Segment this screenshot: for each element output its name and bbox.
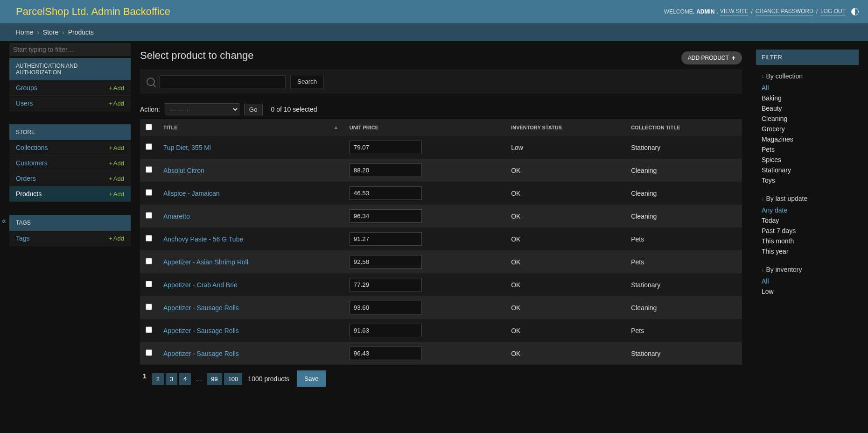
plus-icon: +	[109, 85, 112, 92]
col-inventory-status[interactable]: INVENTORY STATUS	[505, 119, 625, 136]
row-checkbox[interactable]	[146, 235, 152, 241]
row-checkbox[interactable]	[146, 281, 152, 287]
filter-option[interactable]: Baking	[762, 93, 853, 103]
row-checkbox[interactable]	[146, 166, 152, 173]
sidebar-add-link[interactable]: + Add	[109, 85, 124, 92]
filter-option[interactable]: Today	[762, 215, 853, 226]
theme-toggle-icon[interactable]	[851, 8, 859, 15]
sidebar-item-label[interactable]: Collections	[16, 144, 48, 151]
sidebar-section-header: TAGS	[9, 215, 131, 231]
change-password-link[interactable]: CHANGE PASSWORD	[756, 8, 813, 15]
filter-option[interactable]: Magazines	[762, 134, 853, 144]
filter-option[interactable]: Pets	[762, 144, 853, 155]
sidebar-item[interactable]: Customers+ Add	[9, 156, 131, 171]
select-all-checkbox[interactable]	[146, 124, 152, 130]
sidebar-collapse-icon[interactable]: «	[0, 215, 8, 227]
row-checkbox[interactable]	[146, 143, 152, 150]
page-link[interactable]: 99	[207, 373, 222, 385]
filter-option[interactable]: Beauty	[762, 103, 853, 114]
filter-option[interactable]: Any date	[762, 205, 853, 215]
filter-option[interactable]: Stationary	[762, 165, 853, 175]
sidebar-item-label[interactable]: Users	[16, 99, 33, 107]
col-title[interactable]: TITLE ▲	[158, 119, 344, 136]
sidebar-section-header: STORE	[9, 124, 131, 140]
breadcrumb-home[interactable]: Home	[16, 28, 33, 36]
sidebar-item-label[interactable]: Tags	[16, 234, 30, 242]
action-select[interactable]: ---------	[165, 103, 239, 115]
product-title-link[interactable]: Absolut Citron	[163, 167, 204, 174]
unit-price-input[interactable]	[350, 163, 422, 177]
unit-price-input[interactable]	[350, 301, 422, 314]
sidebar-item[interactable]: Products+ Add	[9, 186, 131, 202]
search-input[interactable]	[160, 75, 286, 88]
product-title-link[interactable]: Appetizer - Sausage Rolls	[163, 304, 239, 312]
sidebar-add-link[interactable]: + Add	[109, 191, 124, 198]
paginator: 1 2 3 4 … 99 100 1000 products Save	[140, 370, 742, 387]
sidebar-add-link[interactable]: + Add	[109, 100, 124, 107]
sidebar-item[interactable]: Collections+ Add	[9, 140, 131, 156]
product-title-link[interactable]: Appetizer - Asian Shrimp Roll	[163, 258, 248, 266]
unit-price-input[interactable]	[350, 255, 422, 269]
row-checkbox[interactable]	[146, 304, 152, 310]
action-label: Action:	[140, 106, 160, 113]
row-checkbox[interactable]	[146, 212, 152, 219]
filter-option[interactable]: Past 7 days	[762, 226, 853, 236]
page-link[interactable]: 2	[152, 373, 164, 385]
product-title-link[interactable]: Appetizer - Crab And Brie	[163, 281, 238, 289]
sidebar-add-link[interactable]: + Add	[109, 160, 124, 167]
product-title-link[interactable]: 7up Diet, 355 Ml	[163, 144, 211, 151]
page-link[interactable]: 100	[224, 373, 243, 385]
row-checkbox[interactable]	[146, 258, 152, 264]
page-link[interactable]: 4	[179, 373, 191, 385]
view-site-link[interactable]: VIEW SITE	[720, 8, 749, 15]
sidebar-item-label[interactable]: Products	[16, 190, 42, 198]
unit-price-input[interactable]	[350, 278, 422, 291]
sidebar-item-label[interactable]: Orders	[16, 175, 36, 182]
add-product-button[interactable]: ADD PRODUCT +	[681, 51, 742, 64]
product-title-link[interactable]: Amaretto	[163, 213, 190, 220]
unit-price-input[interactable]	[350, 209, 422, 223]
filter-group-title: ↓ By inventory	[756, 263, 859, 276]
filter-option[interactable]: All	[762, 276, 853, 286]
filter-option[interactable]: This month	[762, 236, 853, 246]
sidebar-item[interactable]: Users+ Add	[9, 96, 131, 111]
unit-price-input[interactable]	[350, 324, 422, 337]
plus-icon: +	[109, 100, 112, 107]
unit-price-input[interactable]	[350, 141, 422, 154]
logout-link[interactable]: LOG OUT	[820, 8, 846, 15]
row-checkbox[interactable]	[146, 327, 152, 333]
product-title-link[interactable]: Anchovy Paste - 56 G Tube	[163, 235, 243, 243]
product-title-link[interactable]: Appetizer - Sausage Rolls	[163, 350, 239, 357]
filter-option[interactable]: Cleaning	[762, 114, 853, 124]
sidebar-add-link[interactable]: + Add	[109, 175, 124, 182]
sidebar-item[interactable]: Tags+ Add	[9, 231, 131, 246]
search-button[interactable]: Search	[290, 75, 324, 88]
filter-option[interactable]: All	[762, 83, 853, 93]
unit-price-input[interactable]	[350, 347, 422, 360]
sidebar-add-link[interactable]: + Add	[109, 235, 124, 242]
col-collection-title[interactable]: COLLECTION TITLE	[625, 119, 742, 136]
sidebar-item[interactable]: Groups+ Add	[9, 80, 131, 96]
go-button[interactable]: Go	[244, 104, 263, 115]
breadcrumb-store[interactable]: Store	[43, 28, 58, 36]
product-title-link[interactable]: Allspice - Jamaican	[163, 190, 220, 197]
brand-title[interactable]: ParcelShop Ltd. Admin Backoffice	[16, 6, 170, 18]
unit-price-input[interactable]	[350, 232, 422, 246]
sidebar-item[interactable]: Orders+ Add	[9, 171, 131, 186]
product-title-link[interactable]: Appetizer - Sausage Rolls	[163, 327, 239, 334]
unit-price-input[interactable]	[350, 186, 422, 200]
sidebar-item-label[interactable]: Groups	[16, 84, 37, 92]
page-link[interactable]: 3	[166, 373, 177, 385]
sidebar-item-label[interactable]: Customers	[16, 159, 48, 167]
filter-option[interactable]: Toys	[762, 175, 853, 185]
save-button[interactable]: Save	[297, 370, 326, 387]
filter-option[interactable]: Grocery	[762, 124, 853, 134]
sidebar-add-link[interactable]: + Add	[109, 144, 124, 151]
col-unit-price[interactable]: UNIT PRICE	[344, 119, 505, 136]
filter-option[interactable]: This year	[762, 246, 853, 256]
sidebar-filter-input[interactable]	[9, 43, 131, 56]
filter-option[interactable]: Low	[762, 286, 853, 297]
row-checkbox[interactable]	[146, 349, 152, 356]
filter-option[interactable]: Spices	[762, 155, 853, 165]
row-checkbox[interactable]	[146, 189, 152, 196]
